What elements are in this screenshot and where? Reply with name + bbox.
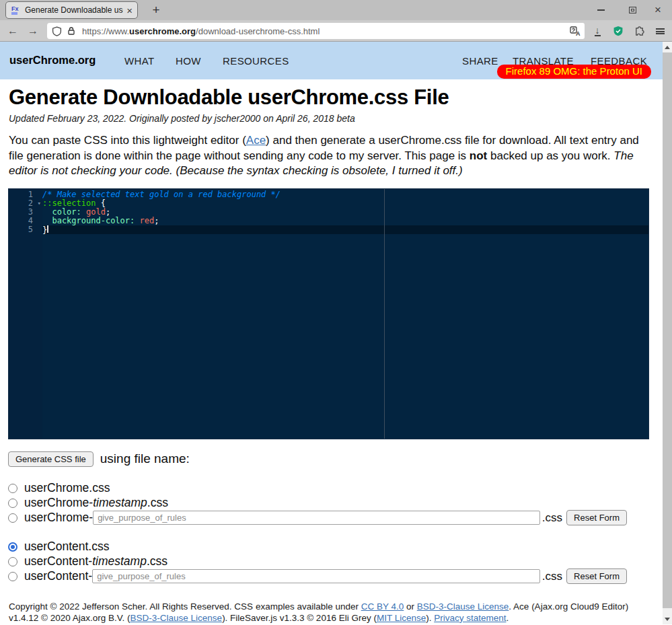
generate-css-button[interactable]: Generate CSS file — [8, 451, 94, 467]
browser-tab[interactable]: Fx Generate Downloadable userCh × — [5, 1, 138, 19]
code-line-2: ::selection { — [42, 199, 648, 208]
editor-gutter: 1 2▾ 3 4 5 — [9, 189, 42, 439]
radio-userchrome-css[interactable] — [8, 484, 17, 493]
site-favicon: Fx — [11, 5, 21, 15]
reset-form-button-usercontent[interactable]: Reset Form — [566, 568, 627, 584]
footer-text: . — [507, 613, 509, 623]
cc-by-link[interactable]: CC BY 4.0 — [361, 601, 404, 612]
page-viewport: userChrome.org WHAT HOW RESOURCES SHARE … — [0, 42, 672, 624]
protection-shield-icon[interactable] — [609, 23, 628, 39]
radio-userchrome-timestamp[interactable] — [8, 499, 17, 508]
mit-license-link[interactable]: MIT License — [377, 613, 426, 623]
svg-text:A: A — [576, 30, 581, 36]
line-number: 1 — [9, 190, 42, 199]
tab-close-icon[interactable]: × — [126, 5, 133, 15]
minimize-icon — [597, 9, 605, 11]
lock-icon[interactable] — [67, 26, 76, 36]
footer-text: ). FileSaver.js v1.3.3 © 2016 Eli Grey ( — [222, 613, 377, 623]
radio-usercontent-timestamp[interactable] — [8, 557, 17, 566]
window-restore-button[interactable] — [622, 0, 642, 20]
radio-row-userchrome-custom: userChrome- .css Reset Form — [8, 511, 627, 525]
privacy-statement-link[interactable]: Privacy statement — [434, 613, 506, 623]
line-number: 3 — [9, 208, 42, 217]
radio-row-userchrome-timestamp: userChrome-timestamp.css — [8, 496, 663, 511]
url-text[interactable]: https://www.userchrome.org/download-user… — [82, 26, 320, 36]
code-line-5: } — [42, 225, 648, 234]
radio-row-usercontent-timestamp: userContent-timestamp.css — [8, 554, 663, 569]
nav-item-resources[interactable]: RESOURCES — [223, 55, 289, 67]
nav-item-how[interactable]: HOW — [176, 55, 201, 67]
editor-code[interactable]: /* Make selected text gold on a red back… — [42, 190, 648, 234]
menu-hamburger-icon[interactable] — [650, 23, 669, 39]
tracking-shield-icon[interactable] — [52, 26, 62, 36]
radio-row-userchrome: userChrome.css — [8, 481, 663, 496]
bsd-license-link[interactable]: BSD-3-Clause License — [417, 601, 509, 612]
translate-icon[interactable]: A — [566, 23, 585, 39]
ace-link[interactable]: Ace — [246, 134, 266, 147]
restore-icon — [629, 7, 636, 13]
forward-button[interactable]: → — [24, 23, 42, 39]
new-tab-button[interactable]: + — [147, 1, 165, 19]
radio-label[interactable]: userContent- — [24, 569, 92, 583]
window-minimize-button[interactable] — [591, 0, 611, 20]
scroll-down-icon — [665, 618, 670, 621]
radio-label[interactable]: userContent-timestamp.css — [24, 554, 167, 568]
browser-window: Fx Generate Downloadable userCh × + × ← … — [0, 0, 672, 625]
url-bar[interactable]: https://www.userchrome.org/download-user… — [47, 23, 584, 39]
url-path: /download-userchrome-css.html — [196, 26, 320, 36]
window-close-button[interactable]: × — [648, 0, 668, 20]
text-cursor — [47, 225, 48, 233]
bsd-license-link-2[interactable]: BSD-3-Clause License — [130, 613, 223, 623]
radio-usercontent-custom[interactable] — [8, 572, 17, 581]
ace-css-editor[interactable]: 1 2▾ 3 4 5 /* Make selected text gold on… — [8, 188, 649, 439]
intro-text: You can paste CSS into this lightweight … — [9, 134, 246, 147]
back-button[interactable]: ← — [4, 23, 22, 39]
css-extension-label: .css — [542, 511, 562, 525]
footer-text: Copyright © 2022 Jefferson Scher. All Ri… — [9, 601, 361, 612]
line-number: 4 — [9, 217, 42, 225]
reset-form-button-userchrome[interactable]: Reset Form — [566, 510, 627, 525]
page-scrollbar[interactable] — [663, 42, 672, 624]
intro-bold-not: not — [470, 149, 487, 162]
site-header: userChrome.org WHAT HOW RESOURCES SHARE … — [0, 42, 663, 79]
download-icon[interactable]: ↓ — [588, 23, 607, 39]
web-page: userChrome.org WHAT HOW RESOURCES SHARE … — [0, 42, 663, 624]
proton-banner-link[interactable]: Firefox 89 OMG: the Proton UI — [497, 65, 651, 79]
intro-paragraph: You can paste CSS into this lightweight … — [9, 133, 649, 179]
userchrome-purpose-input[interactable] — [93, 511, 540, 525]
footer-text: ). — [426, 613, 434, 623]
intro-text: backed up as you work. — [487, 149, 613, 162]
page-subtitle: Updated February 23, 2022. Originally po… — [9, 113, 663, 124]
radio-row-usercontent: userContent.css — [8, 540, 663, 554]
tab-bar: Fx Generate Downloadable userCh × + × — [0, 0, 672, 20]
line-number: 5 — [9, 225, 42, 234]
line-number: 2▾ — [9, 199, 42, 208]
nav-item-share[interactable]: SHARE — [462, 55, 498, 67]
usercontent-filename-group: userContent.css userContent-timestamp.cs… — [8, 540, 663, 584]
userchrome-filename-group: userChrome.css userChrome-timestamp.css … — [8, 481, 663, 525]
radio-label[interactable]: userChrome-timestamp.css — [24, 496, 168, 510]
using-file-name-label: using file name: — [100, 451, 190, 466]
usercontent-purpose-input[interactable] — [92, 569, 540, 583]
scroll-up-button[interactable] — [663, 42, 672, 52]
radio-label[interactable]: userContent.css — [24, 540, 109, 554]
radio-label[interactable]: userChrome- — [24, 511, 93, 525]
extension-icon[interactable] — [630, 23, 648, 39]
page-footer: Copyright © 2022 Jefferson Scher. All Ri… — [9, 601, 649, 624]
tab-title: Generate Downloadable userCh — [25, 5, 123, 15]
radio-label[interactable]: userChrome.css — [24, 481, 110, 495]
scroll-down-button[interactable] — [663, 614, 672, 624]
page-title: Generate Downloadable userChrome.css Fil… — [9, 85, 663, 110]
code-line-1: /* Make selected text gold on a red back… — [42, 190, 648, 199]
radio-userchrome-custom[interactable] — [8, 513, 17, 523]
navigation-toolbar: ← → https://www.userchrome.org/download-… — [0, 20, 672, 42]
fold-arrow-icon[interactable]: ▾ — [38, 199, 41, 208]
url-domain: userchrome.org — [129, 26, 196, 36]
site-brand[interactable]: userChrome.org — [9, 54, 96, 67]
scrollbar-thumb[interactable] — [663, 52, 672, 608]
radio-row-usercontent-custom: userContent- .css Reset Form — [8, 569, 627, 584]
nav-item-what[interactable]: WHAT — [124, 55, 155, 67]
radio-usercontent-css[interactable] — [8, 542, 17, 552]
scroll-up-icon — [665, 46, 670, 49]
code-line-4: background-color: red; — [42, 217, 648, 225]
